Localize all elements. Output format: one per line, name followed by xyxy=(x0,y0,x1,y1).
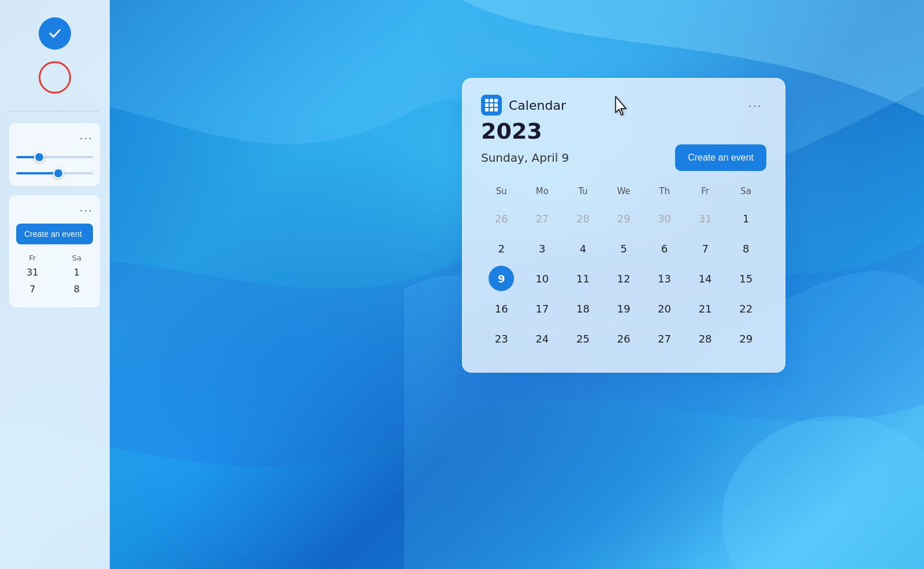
slider-2[interactable] xyxy=(16,172,93,174)
cal-day-9-week2[interactable]: 9 xyxy=(489,266,514,291)
calendar-title-area: Calendar xyxy=(481,95,566,116)
cal-day-14-week2[interactable]: 14 xyxy=(692,266,718,291)
calendar-app-title: Calendar xyxy=(509,98,566,113)
partial-cal-day-1[interactable]: 1 xyxy=(61,266,94,279)
cal-day-28-week4[interactable]: 28 xyxy=(692,326,718,351)
cal-day-29-week0[interactable]: 29 xyxy=(611,206,636,231)
cal-day-11-week2[interactable]: 11 xyxy=(570,266,595,291)
cal-day-7-week1[interactable]: 7 xyxy=(692,236,718,261)
cal-day-27-week4[interactable]: 27 xyxy=(652,326,677,351)
cal-header-we: We xyxy=(603,183,644,203)
partial-cal-header-fr: Fr xyxy=(16,254,49,262)
cal-day-10-week2[interactable]: 10 xyxy=(530,266,555,291)
create-event-button-left[interactable]: Create an event xyxy=(16,224,93,244)
calendar-app-icon xyxy=(481,95,502,116)
red-circle-button[interactable] xyxy=(39,61,71,94)
calendar-date-row: Sunday, April 9 Create an event xyxy=(481,144,766,171)
calendar-grid: Su Mo Tu We Th Fr Sa xyxy=(481,183,766,203)
cal-day-15-week2[interactable]: 15 xyxy=(733,266,759,291)
cal-day-1-week0[interactable]: 1 xyxy=(733,206,759,231)
cal-day-25-week4[interactable]: 25 xyxy=(570,326,595,351)
partial-cal-header-sa: Sa xyxy=(61,254,94,262)
slider-1[interactable] xyxy=(16,156,93,158)
cal-day-26-week0[interactable]: 26 xyxy=(489,206,514,231)
bottom-widget-menu[interactable]: ··· xyxy=(16,204,93,217)
calendar-widget: Calendar ··· 2023 Sunday, April 9 Create… xyxy=(462,78,785,373)
cal-day-12-week2[interactable]: 12 xyxy=(611,266,636,291)
cal-day-18-week3[interactable]: 18 xyxy=(570,296,595,321)
cal-header-fr: Fr xyxy=(685,183,726,203)
cal-day-17-week3[interactable]: 17 xyxy=(530,296,555,321)
partial-cal-day-7[interactable]: 7 xyxy=(16,282,49,296)
calendar-full-date: Sunday, April 9 xyxy=(481,151,569,165)
check-icon xyxy=(47,25,63,42)
check-circle-button[interactable] xyxy=(39,17,71,50)
left-panel-top xyxy=(9,12,100,99)
cal-header-sa: Sa xyxy=(725,183,766,203)
cal-header-mo: Mo xyxy=(522,183,563,203)
cal-day-28-week0[interactable]: 28 xyxy=(570,206,595,231)
cal-day-6-week1[interactable]: 6 xyxy=(652,236,677,261)
cal-day-26-week4[interactable]: 26 xyxy=(611,326,636,351)
calendar-weeks: 2627282930311234567891011121314151617181… xyxy=(481,203,766,354)
cal-day-4-week1[interactable]: 4 xyxy=(570,236,595,261)
calendar-more-button[interactable]: ··· xyxy=(744,96,766,114)
cal-day-31-week0[interactable]: 31 xyxy=(692,206,718,231)
slider-1-thumb[interactable] xyxy=(34,152,44,162)
cal-day-20-week3[interactable]: 20 xyxy=(652,296,677,321)
cal-day-21-week3[interactable]: 21 xyxy=(692,296,718,321)
cal-day-24-week4[interactable]: 24 xyxy=(530,326,555,351)
cal-day-2-week1[interactable]: 2 xyxy=(489,236,514,261)
divider xyxy=(9,111,100,111)
cal-day-22-week3[interactable]: 22 xyxy=(733,296,759,321)
cal-day-16-week3[interactable]: 16 xyxy=(489,296,514,321)
cal-header-tu: Tu xyxy=(562,183,603,203)
cal-day-30-week0[interactable]: 30 xyxy=(652,206,677,231)
bottom-widget: ··· Create an event Fr Sa 31 1 7 8 xyxy=(9,195,100,307)
cal-header-su: Su xyxy=(481,183,522,203)
cal-day-19-week3[interactable]: 19 xyxy=(611,296,636,321)
cal-day-27-week0[interactable]: 27 xyxy=(530,206,555,231)
cal-day-5-week1[interactable]: 5 xyxy=(611,236,636,261)
slider-panel-menu[interactable]: ··· xyxy=(16,132,93,144)
partial-cal-day-8[interactable]: 8 xyxy=(61,282,94,296)
cal-day-23-week4[interactable]: 23 xyxy=(489,326,514,351)
slider-panel: ··· xyxy=(9,123,100,186)
cal-day-3-week1[interactable]: 3 xyxy=(530,236,555,261)
cal-day-8-week1[interactable]: 8 xyxy=(733,236,759,261)
cal-header-th: Th xyxy=(644,183,685,203)
calendar-header: Calendar ··· xyxy=(481,95,766,116)
cal-day-13-week2[interactable]: 13 xyxy=(652,266,677,291)
partial-cal-day-31[interactable]: 31 xyxy=(16,266,49,279)
slider-2-thumb[interactable] xyxy=(53,168,64,178)
partial-calendar: Fr Sa 31 1 7 8 xyxy=(16,251,93,298)
left-panel: ··· ··· Create an event Fr Sa 31 1 7 8 xyxy=(0,0,110,569)
calendar-year: 2023 xyxy=(481,120,766,142)
cal-day-29-week4[interactable]: 29 xyxy=(733,326,759,351)
create-event-button[interactable]: Create an event xyxy=(675,144,766,171)
